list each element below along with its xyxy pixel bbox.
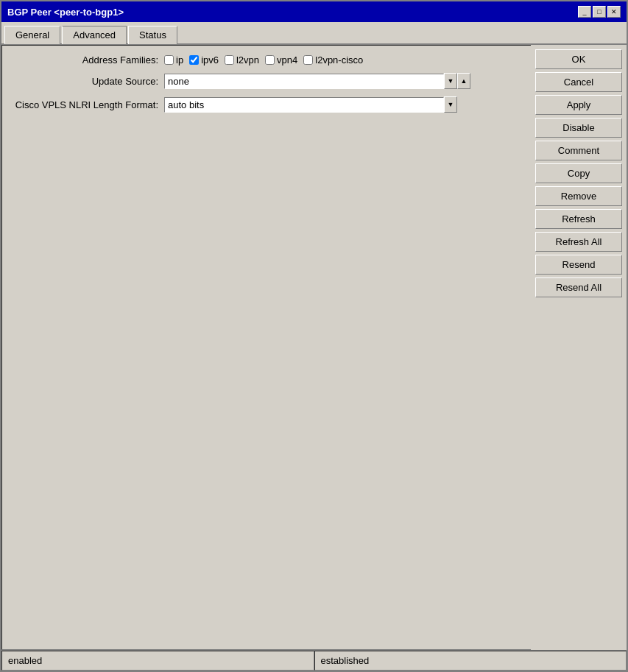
cisco-vpls-row: Cisco VPLS NLRI Length Format: auto bits… xyxy=(11,96,522,113)
comment-button[interactable]: Comment xyxy=(535,141,622,160)
update-source-select[interactable]: none xyxy=(164,74,444,89)
vpn4-checkbox[interactable] xyxy=(265,55,275,65)
update-source-dropdown-button[interactable]: ▼ xyxy=(444,73,457,89)
apply-button[interactable]: Apply xyxy=(535,95,622,115)
address-families-checkboxes: ip ipv6 l2vpn vpn4 xyxy=(164,54,363,66)
content-area: Address Families: ip ipv6 l2vpn xyxy=(1,45,627,650)
tab-advanced[interactable]: Advanced xyxy=(62,26,127,44)
cisco-vpls-label: Cisco VPLS NLRI Length Format: xyxy=(11,99,158,110)
cisco-vpls-dropdown-button[interactable]: ▼ xyxy=(444,96,457,113)
vpn4-checkbox-group: vpn4 xyxy=(265,54,297,66)
ip-checkbox-group: ip xyxy=(164,54,183,66)
main-window: BGP Peer <peer-to-bgp1> _ □ ✕ General Ad… xyxy=(0,0,628,672)
update-source-wrapper: none ▼ ▲ xyxy=(164,73,470,89)
l2vpn-checkbox-group: l2vpn xyxy=(225,54,259,66)
status-established-text: established xyxy=(321,655,370,666)
remove-button[interactable]: Remove xyxy=(535,186,622,206)
update-source-label: Update Source: xyxy=(11,76,158,87)
cancel-button[interactable]: Cancel xyxy=(535,72,622,92)
ipv6-checkbox-group: ipv6 xyxy=(189,54,219,66)
ipv6-checkbox[interactable] xyxy=(189,55,199,65)
address-families-label: Address Families: xyxy=(11,54,158,66)
status-pane-enabled: enabled xyxy=(1,651,314,671)
cisco-vpls-wrapper: auto bits ▼ xyxy=(164,96,457,113)
l2vpn-label: l2vpn xyxy=(236,54,259,66)
l2vpn-cisco-label: l2vpn-cisco xyxy=(315,54,363,66)
maximize-button[interactable]: □ xyxy=(593,6,606,18)
minimize-button[interactable]: _ xyxy=(578,6,591,18)
tab-general[interactable]: General xyxy=(4,26,60,44)
window-title: BGP Peer <peer-to-bgp1> xyxy=(7,7,124,18)
disable-button[interactable]: Disable xyxy=(535,118,622,138)
copy-button[interactable]: Copy xyxy=(535,163,622,183)
update-source-scroll-up-button[interactable]: ▲ xyxy=(457,73,470,89)
l2vpn-cisco-checkbox[interactable] xyxy=(303,55,313,65)
l2vpn-cisco-checkbox-group: l2vpn-cisco xyxy=(303,54,363,66)
close-button[interactable]: ✕ xyxy=(607,6,621,18)
side-panel: OK Cancel Apply Disable Comment Copy Rem… xyxy=(531,45,627,650)
refresh-all-button[interactable]: Refresh All xyxy=(535,232,622,252)
status-pane-established: established xyxy=(314,651,627,671)
tab-status[interactable]: Status xyxy=(128,26,177,44)
ip-label: ip xyxy=(176,54,183,66)
resend-button[interactable]: Resend xyxy=(535,255,622,275)
ip-checkbox[interactable] xyxy=(164,55,174,65)
title-bar: BGP Peer <peer-to-bgp1> _ □ ✕ xyxy=(1,1,627,22)
status-bar: enabled established xyxy=(1,650,627,671)
vpn4-label: vpn4 xyxy=(277,54,297,66)
window-body: General Advanced Status Address Families… xyxy=(1,22,627,671)
ipv6-label: ipv6 xyxy=(201,54,219,66)
main-panel: Address Families: ip ipv6 l2vpn xyxy=(1,45,531,650)
status-enabled-text: enabled xyxy=(8,655,42,666)
tabs-row: General Advanced Status xyxy=(1,22,627,45)
address-families-row: Address Families: ip ipv6 l2vpn xyxy=(11,54,522,66)
refresh-button[interactable]: Refresh xyxy=(535,209,622,229)
update-source-row: Update Source: none ▼ ▲ xyxy=(11,73,522,89)
l2vpn-checkbox[interactable] xyxy=(225,55,234,65)
ok-button[interactable]: OK xyxy=(535,49,622,69)
title-bar-buttons: _ □ ✕ xyxy=(578,6,621,18)
cisco-vpls-select[interactable]: auto bits xyxy=(164,97,444,113)
resend-all-button[interactable]: Resend All xyxy=(535,277,622,297)
